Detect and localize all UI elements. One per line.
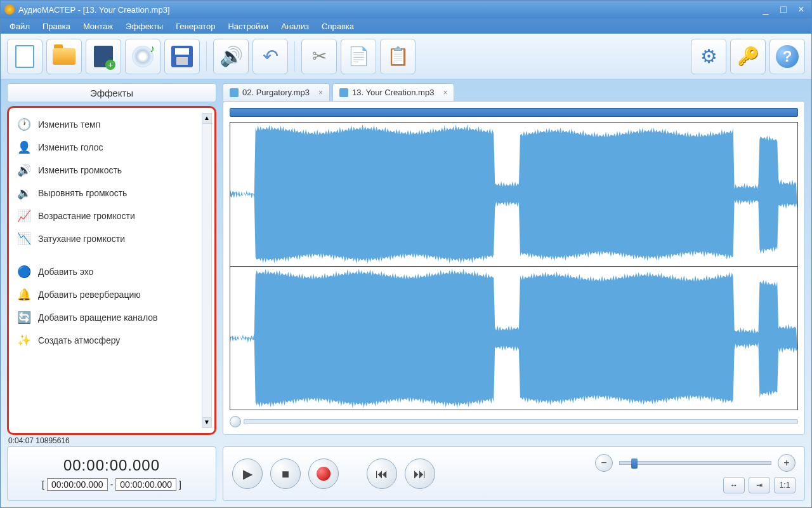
effect-item[interactable]: 🔔Добавить реверберацию [14,283,212,306]
menu-item-3[interactable]: Эффекты [121,20,168,32]
menu-item-0[interactable]: Файл [4,20,35,32]
tab-label: 13. Your Creation.mp3 [352,88,434,97]
effect-item[interactable]: ✨Создать атмосферу [14,329,212,352]
effect-label: Изменить голос [38,142,103,152]
status-bar: 0:04:07 10895616 [1,435,811,446]
minimize-button[interactable]: _ [759,4,772,15]
save-button[interactable] [164,39,200,74]
effect-item[interactable]: 🔄Добавить вращение каналов [14,306,212,329]
toolbar: 🔊 ↶ ✂ 📄 📋 ⚙ 🔑 ? [1,34,811,79]
zoom-preset-button[interactable]: ↔ [723,477,745,493]
new-file-icon [15,45,34,68]
window-title: АудиоМАСТЕР - [13. Your Creation.mp3] [18,5,170,15]
waveform-display[interactable] [230,122,798,410]
effect-icon: 👤 [16,140,32,155]
effect-label: Изменить темп [38,119,100,130]
effect-label: Изменить громкость [38,165,122,175]
effect-icon: 📈 [16,208,32,224]
prev-button[interactable]: ⏮ [367,458,397,489]
stop-button[interactable]: ■ [270,458,301,489]
effects-scrollbar[interactable]: ▲ ▼ [202,113,212,428]
menu-item-1[interactable]: Правка [37,20,75,32]
overview-bar[interactable] [230,108,798,117]
open-file-button[interactable] [46,39,82,74]
separator [294,41,295,72]
effect-item[interactable]: 👤Изменить голос [14,136,212,159]
minus-icon: − [601,457,606,469]
cd-icon [132,46,154,67]
app-window: АудиоМАСТЕР - [13. Your Creation.mp3] _ … [0,0,812,508]
help-button[interactable]: ? [769,39,805,74]
undo-button[interactable]: ↶ [252,39,288,74]
zoom-handle[interactable] [631,458,638,469]
tab-close-icon[interactable]: × [318,88,323,97]
record-button[interactable] [308,458,339,489]
audio-file-icon [339,88,348,97]
effect-item[interactable]: 🔉Выровнять громкость [14,182,212,204]
volume-button[interactable]: 🔊 [213,39,249,74]
effect-icon: 🔔 [16,287,32,302]
cut-button[interactable]: ✂ [301,39,337,74]
close-button[interactable]: × [795,4,808,15]
effect-label: Выровнять громкость [38,188,127,198]
waveform-area [223,101,805,435]
skip-back-icon: ⏮ [376,467,388,481]
maximize-button[interactable]: □ [777,4,790,15]
copy-button[interactable]: 📄 [341,39,376,74]
zoom-track[interactable] [619,461,771,465]
effect-icon: 🔵 [16,264,32,279]
effect-label: Затухание громкости [38,234,125,244]
effect-icon: 🔉 [16,185,32,201]
menu-item-4[interactable]: Генератор [171,20,220,32]
effect-item[interactable]: 🔊Изменить громкость [14,159,212,182]
effect-item[interactable]: 🕐Изменить темп [14,113,212,136]
paste-button[interactable]: 📋 [380,39,416,74]
import-video-button[interactable] [86,39,121,74]
video-import-icon [94,46,113,67]
scissors-icon: ✂ [312,46,327,67]
copy-icon: 📄 [348,46,370,67]
app-icon [4,4,15,15]
scroll-down-icon[interactable]: ▼ [202,417,211,427]
range-end-input[interactable]: 00:00:00.000 [115,478,176,491]
import-cd-button[interactable] [125,39,160,74]
tab-close-icon[interactable]: × [443,88,447,97]
scroll-thumb[interactable] [230,416,241,427]
next-button[interactable]: ⏭ [405,458,435,489]
horizontal-scroll[interactable] [230,415,798,428]
settings-button[interactable]: ⚙ [691,39,726,74]
range-start-input[interactable]: 00:00:00.000 [47,478,108,491]
selection-range: [ 00:00:00.000 - 00:00:00.000 ] [42,478,181,491]
keys-icon: 🔑 [737,46,759,67]
scroll-up-icon[interactable]: ▲ [202,114,211,124]
scroll-track[interactable] [244,419,798,424]
time-panel: 00:00:00.000 [ 00:00:00.000 - 00:00:00.0… [7,446,216,501]
menu-item-2[interactable]: Монтаж [78,20,118,32]
current-time: 00:00:00.000 [63,457,160,474]
effect-label: Добавить эхо [38,267,93,277]
effect-item[interactable]: 🔵Добавить эхо [14,260,212,283]
file-tabs: 02. Purgatory.mp3×13. Your Creation.mp3× [223,83,805,101]
effect-icon: 📉 [16,231,32,246]
record-icon [317,467,331,481]
menu-item-6[interactable]: Анализ [276,20,314,32]
effect-label: Создать атмосферу [38,335,120,345]
effect-item[interactable]: 📉Затухание громкости [14,227,212,250]
save-icon [171,46,193,67]
effect-item[interactable]: 📈Возрастание громкости [14,204,212,227]
zoom-preset-button[interactable]: ⇥ [749,477,770,493]
new-file-button[interactable] [7,39,43,74]
play-button[interactable]: ▶ [232,458,263,489]
effect-icon: 🔊 [16,163,32,178]
zoom-out-button[interactable]: − [595,454,613,472]
menu-item-5[interactable]: Настройки [223,20,273,32]
zoom-preset-button[interactable]: 1:1 [774,477,796,493]
menu-item-7[interactable]: Справка [317,20,359,32]
zoom-in-button[interactable]: + [778,454,796,472]
register-button[interactable]: 🔑 [730,39,766,74]
file-tab[interactable]: 13. Your Creation.mp3× [332,83,454,101]
waveform-channel-left [230,123,797,267]
file-tab[interactable]: 02. Purgatory.mp3× [223,83,330,101]
folder-open-icon [53,48,75,65]
stop-icon: ■ [282,467,289,481]
